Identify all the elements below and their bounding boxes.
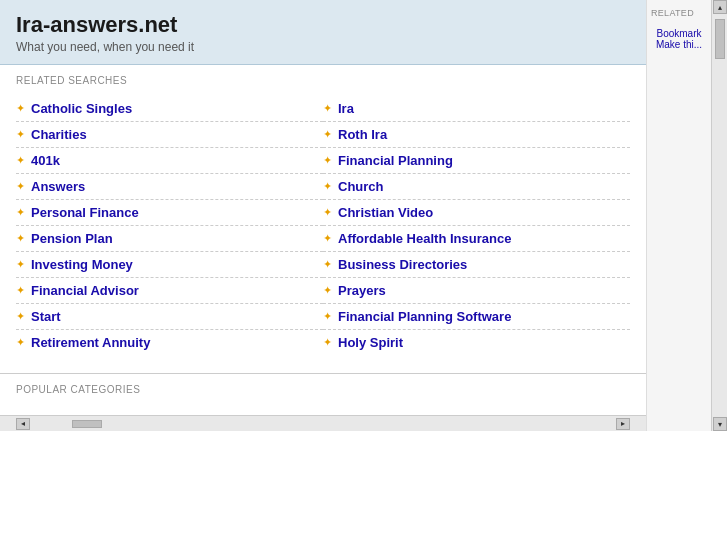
- link-arrow-icon: ✦: [323, 258, 332, 271]
- link-item: ✦Holy Spirit: [323, 330, 630, 355]
- link-item: ✦Financial Planning Software: [323, 304, 630, 330]
- search-link[interactable]: Financial Planning Software: [338, 309, 511, 324]
- link-arrow-icon: ✦: [323, 310, 332, 323]
- scroll-right-button[interactable]: ▸: [616, 418, 630, 430]
- link-arrow-icon: ✦: [16, 102, 25, 115]
- search-link[interactable]: Affordable Health Insurance: [338, 231, 511, 246]
- links-grid: ✦Catholic Singles✦Charities✦401k✦Answers…: [16, 96, 630, 355]
- search-link[interactable]: Christian Video: [338, 205, 433, 220]
- search-link[interactable]: Roth Ira: [338, 127, 387, 142]
- popular-categories-section: POPULAR CATEGORIES: [0, 373, 646, 415]
- related-searches-label: RELATED SEARCHES: [16, 75, 630, 86]
- horizontal-scrollbar[interactable]: ◂ ▸: [0, 415, 646, 431]
- left-links-column: ✦Catholic Singles✦Charities✦401k✦Answers…: [16, 96, 323, 355]
- search-link[interactable]: Personal Finance: [31, 205, 139, 220]
- make-this-label[interactable]: Make thi...: [651, 39, 707, 50]
- link-arrow-icon: ✦: [323, 232, 332, 245]
- link-arrow-icon: ✦: [323, 102, 332, 115]
- related-searches-section: RELATED SEARCHES ✦Catholic Singles✦Chari…: [0, 65, 646, 365]
- link-arrow-icon: ✦: [16, 128, 25, 141]
- scroll-track: [714, 14, 726, 417]
- link-arrow-icon: ✦: [323, 206, 332, 219]
- link-arrow-icon: ✦: [16, 310, 25, 323]
- link-arrow-icon: ✦: [323, 284, 332, 297]
- link-item: ✦Roth Ira: [323, 122, 630, 148]
- link-item: ✦Business Directories: [323, 252, 630, 278]
- link-item: ✦Church: [323, 174, 630, 200]
- bookmark-label[interactable]: Bookmark: [651, 28, 707, 39]
- scroll-thumb[interactable]: [72, 420, 102, 428]
- link-item: ✦Prayers: [323, 278, 630, 304]
- link-arrow-icon: ✦: [323, 180, 332, 193]
- link-item: ✦Investing Money: [16, 252, 323, 278]
- header: Ira-answers.net What you need, when you …: [0, 0, 646, 65]
- link-item: ✦Personal Finance: [16, 200, 323, 226]
- search-link[interactable]: Financial Advisor: [31, 283, 139, 298]
- search-link[interactable]: Retirement Annuity: [31, 335, 150, 350]
- search-link[interactable]: Pension Plan: [31, 231, 113, 246]
- search-link[interactable]: Prayers: [338, 283, 386, 298]
- site-title: Ira-answers.net: [16, 12, 630, 38]
- search-link[interactable]: Start: [31, 309, 61, 324]
- link-arrow-icon: ✦: [16, 336, 25, 349]
- link-arrow-icon: ✦: [16, 180, 25, 193]
- link-item: ✦Catholic Singles: [16, 96, 323, 122]
- search-link[interactable]: Holy Spirit: [338, 335, 403, 350]
- scroll-thumb[interactable]: [715, 19, 725, 59]
- right-links-column: ✦Ira✦Roth Ira✦Financial Planning✦Church✦…: [323, 96, 630, 355]
- search-link[interactable]: Answers: [31, 179, 85, 194]
- popular-categories-label: POPULAR CATEGORIES: [16, 384, 630, 395]
- link-item: ✦Pension Plan: [16, 226, 323, 252]
- site-subtitle: What you need, when you need it: [16, 40, 630, 54]
- link-arrow-icon: ✦: [16, 206, 25, 219]
- scroll-track: [32, 419, 614, 429]
- link-item: ✦Retirement Annuity: [16, 330, 323, 355]
- scroll-up-button[interactable]: ▴: [713, 0, 727, 14]
- link-item: ✦Financial Planning: [323, 148, 630, 174]
- link-item: ✦Affordable Health Insurance: [323, 226, 630, 252]
- link-item: ✦Answers: [16, 174, 323, 200]
- link-item: ✦Ira: [323, 96, 630, 122]
- search-link[interactable]: Investing Money: [31, 257, 133, 272]
- search-link[interactable]: Charities: [31, 127, 87, 142]
- link-item: ✦Charities: [16, 122, 323, 148]
- vertical-scrollbar[interactable]: ▴ ▾: [711, 0, 727, 431]
- scroll-left-button[interactable]: ◂: [16, 418, 30, 430]
- search-link[interactable]: Catholic Singles: [31, 101, 132, 116]
- sidebar-related-label: RELATED: [651, 8, 707, 18]
- link-arrow-icon: ✦: [16, 258, 25, 271]
- search-link[interactable]: Ira: [338, 101, 354, 116]
- search-link[interactable]: Financial Planning: [338, 153, 453, 168]
- search-link[interactable]: Business Directories: [338, 257, 467, 272]
- link-arrow-icon: ✦: [16, 154, 25, 167]
- link-arrow-icon: ✦: [323, 128, 332, 141]
- scroll-down-button[interactable]: ▾: [713, 417, 727, 431]
- right-sidebar: RELATED Bookmark Make thi...: [646, 0, 711, 431]
- search-link[interactable]: Church: [338, 179, 384, 194]
- link-arrow-icon: ✦: [16, 232, 25, 245]
- link-item: ✦Start: [16, 304, 323, 330]
- link-arrow-icon: ✦: [323, 154, 332, 167]
- link-item: ✦Financial Advisor: [16, 278, 323, 304]
- link-arrow-icon: ✦: [16, 284, 25, 297]
- search-link[interactable]: 401k: [31, 153, 60, 168]
- link-item: ✦401k: [16, 148, 323, 174]
- link-arrow-icon: ✦: [323, 336, 332, 349]
- link-item: ✦Christian Video: [323, 200, 630, 226]
